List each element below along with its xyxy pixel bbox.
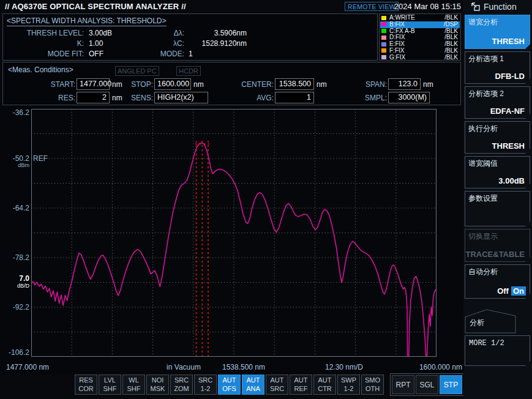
- toolbar-label-bottom: 1-2: [344, 385, 354, 393]
- more-pages-button[interactable]: MORE 1/2: [465, 335, 530, 366]
- meas-conditions-panel: <Meas. Conditions> ANGLED PC HCDR START:…: [2, 62, 461, 105]
- field-value-box[interactable]: 1600.000: [154, 78, 191, 90]
- meas-field-avg: AVG:1: [223, 92, 314, 103]
- main-area: // AQ6370E OPTICAL SPECTRUM ANALYZER // …: [0, 0, 463, 399]
- toolbar-aut-src[interactable]: AUTSRC: [266, 375, 288, 395]
- trace-color-swatch: [381, 48, 386, 53]
- toolbar-aut-ref[interactable]: AUTREF: [290, 375, 312, 395]
- toolbar-label-bottom: REF: [294, 385, 308, 393]
- trace-color-swatch: [381, 29, 386, 33]
- analysis-label: MODE:: [149, 50, 184, 58]
- page-title: // AQ6370E OPTICAL SPECTRUM ANALYZER //: [5, 2, 186, 11]
- analysis-value: 1: [189, 50, 193, 58]
- meas-field-center: CENTER:1538.500nm: [223, 78, 327, 90]
- analysis-label: λC:: [149, 39, 184, 48]
- field-value-box[interactable]: 1477.000: [77, 78, 110, 90]
- field-label: STOP:: [122, 80, 153, 89]
- softkey-width-threshold[interactable]: 谱宽阈值3.00dB: [465, 156, 530, 188]
- toolbar-wl-shf[interactable]: WLSHF: [122, 375, 145, 395]
- field-label: CENTER:: [223, 80, 274, 89]
- trace-color-swatch: [381, 16, 386, 20]
- sweep-rpt-button[interactable]: RPT: [392, 375, 414, 394]
- toolbar-label-bottom: SRC: [270, 385, 284, 393]
- field-label: SPAN:: [343, 80, 387, 89]
- trace-id: B:FIX: [389, 21, 405, 28]
- softkey-execute-analysis[interactable]: 执行分析THRESH: [465, 121, 530, 154]
- field-value-box[interactable]: 1538.500: [275, 78, 314, 90]
- trace-legend: A:WRITE/BLKB:FIX/DSPC:FX A-B/BLKD:FIX/BL…: [379, 13, 461, 61]
- softkey-switch-display[interactable]: 切换显示TRACE&TABLE: [465, 229, 530, 262]
- toolbar-label-top: LVL: [104, 376, 116, 384]
- toolbar-src-1-2[interactable]: SRC1-2: [194, 375, 217, 395]
- toggle-on-option[interactable]: On: [511, 286, 526, 296]
- softkey-analysis-option-1[interactable]: 分析选项 1DFB-LD: [465, 51, 530, 84]
- x-axis-vacuum-label: in Vacuum: [167, 363, 201, 371]
- field-unit: nm: [112, 80, 122, 89]
- toolbar-res-cor[interactable]: RESCOR: [75, 375, 97, 395]
- field-value-box[interactable]: HIGH2(x2): [154, 92, 208, 103]
- trace-row-b[interactable]: B:FIX/DSP: [380, 21, 460, 28]
- toolbar-label-bottom: 1-2: [201, 385, 211, 393]
- toolbar-label-bottom: SHF: [103, 385, 117, 393]
- toolbar-label-bottom: ZOM: [174, 385, 189, 393]
- softkey-label: 分析选项 1: [468, 54, 504, 64]
- toolbar-label-top: AUT: [318, 376, 332, 384]
- analysis-title: <SPECTRAL WIDTH ANALYSIS: THRESHOLD>: [7, 17, 167, 26]
- softkey-auto-analysis[interactable]: 自动分析OffOn: [465, 264, 530, 299]
- function-header[interactable]: Function: [471, 1, 517, 12]
- softkey-sidebar: Function 谱宽分析THRESH分析选项 1DFB-LD分析选项 2EDF…: [463, 0, 532, 399]
- toolbar-aut-ofs[interactable]: AUTOFS: [218, 375, 241, 395]
- field-value-box[interactable]: 3000(M): [388, 92, 430, 103]
- toolbar-label-bottom: OFS: [222, 385, 236, 393]
- softkey-value: TRACE&TABLE: [465, 250, 525, 259]
- toolbar-aut-ana[interactable]: AUTANA: [242, 375, 264, 395]
- field-unit: nm: [423, 80, 433, 89]
- toolbar-label-bottom: OTH: [365, 385, 380, 393]
- softkey-label: 执行分析: [468, 124, 498, 134]
- analysis-tab[interactable]: 分析: [465, 309, 516, 336]
- function-collapse-icon: [471, 2, 481, 12]
- bottom-toolbar: RESCORLVLSHFWLSHFNOIMSKSRCZOMSRC1-2AUTOF…: [0, 375, 463, 397]
- softkey-analysis-option-2[interactable]: 分析选项 2EDFA-NF: [465, 86, 530, 119]
- analysis-value: 3.5906nm: [187, 29, 247, 37]
- trace-color-swatch: [381, 35, 386, 40]
- softkey-value: THRESH: [492, 141, 525, 151]
- auto-analysis-toggle[interactable]: OffOn: [497, 286, 526, 296]
- trace-row-g[interactable]: G:FIX/BLK: [380, 54, 460, 61]
- y-scale-value: 7.0: [1, 274, 29, 283]
- toolbar-label-top: WL: [129, 376, 139, 384]
- toolbar-src-zom[interactable]: SRCZOM: [170, 375, 193, 395]
- toolbar-label-bottom: SHF: [127, 385, 141, 393]
- field-value-box[interactable]: 2: [77, 92, 110, 103]
- toolbar-smo-oth[interactable]: SMOOTH: [361, 375, 384, 395]
- field-value-box[interactable]: 123.0: [388, 78, 421, 90]
- toolbar-noi-msk[interactable]: NOIMSK: [146, 375, 169, 395]
- toolbar-swp-1-2[interactable]: SWP1-2: [337, 375, 360, 395]
- meas-title: <Meas. Conditions>: [8, 65, 73, 74]
- field-label: AVG:: [223, 94, 274, 102]
- analysis-label: K:: [8, 39, 84, 48]
- softkey-width-analysis[interactable]: 谱宽分析THRESH: [465, 15, 530, 49]
- field-unit: nm: [317, 80, 327, 89]
- spectrum-chart-area: -36.2-50.2REFdBm-64.2-78.2-92.2-106.2 7.…: [0, 105, 463, 375]
- softkey-label: 自动分析: [468, 267, 498, 277]
- toolbar-label-top: AUT: [223, 376, 236, 384]
- toolbar-aut-ctr[interactable]: AUTCTR: [313, 375, 336, 395]
- softkey-value: THRESH: [492, 37, 525, 46]
- field-label: SMPL:: [343, 94, 387, 102]
- field-value-box[interactable]: 1: [275, 92, 314, 103]
- field-unit: nm: [112, 94, 122, 102]
- toolbar-lvl-shf[interactable]: LVLSHF: [99, 375, 121, 395]
- sweep-sgl-button[interactable]: SGL: [416, 375, 438, 394]
- sweep-stp-button[interactable]: STP: [440, 375, 462, 394]
- field-label: START:: [28, 80, 75, 89]
- hcdr-badge: HCDR: [176, 66, 201, 76]
- toggle-off-option[interactable]: Off: [497, 286, 509, 296]
- trace-id: G:FIX: [389, 54, 405, 61]
- function-header-label: Function: [484, 2, 517, 12]
- analysis-tab-label: 分析: [470, 318, 484, 328]
- y-scale-unit: dB/D: [1, 283, 29, 289]
- softkey-parameter-setting[interactable]: 参数设置: [465, 191, 530, 226]
- toolbar-label-bottom: MSK: [151, 385, 165, 393]
- toolbar-label-bottom: ANA: [246, 385, 260, 393]
